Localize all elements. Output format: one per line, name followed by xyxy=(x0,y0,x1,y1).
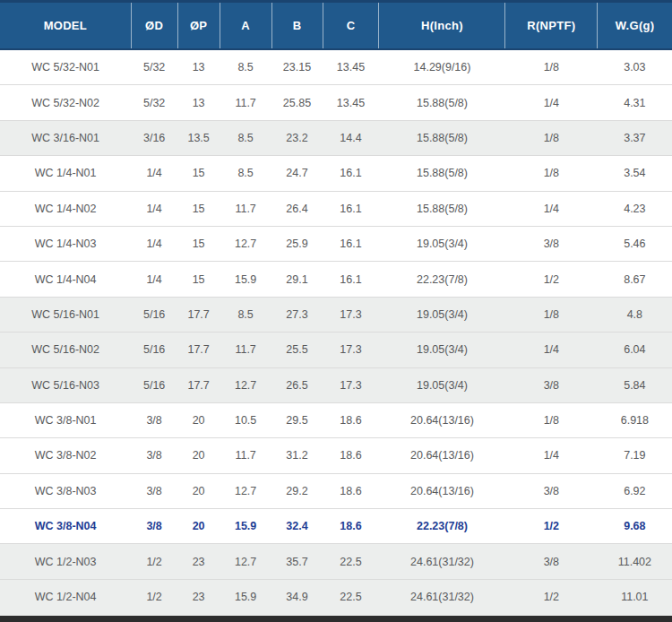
cell-op: 20 xyxy=(177,402,220,437)
table-row[interactable]: WC 5/32-N025/321311.725.8513.4515.88(5/8… xyxy=(0,85,672,120)
cell-wg: 3.37 xyxy=(598,120,672,155)
cell-od: 5/16 xyxy=(131,333,177,367)
cell-a: 15.9 xyxy=(220,509,271,544)
cell-wg: 4.8 xyxy=(598,297,672,332)
cell-r: 1/8 xyxy=(505,49,598,85)
cell-op: 17.7 xyxy=(177,367,220,402)
cell-h: 15.88(5/8) xyxy=(379,191,505,226)
cell-r: 1/4 xyxy=(505,85,598,120)
cell-r: 1/8 xyxy=(505,402,598,437)
cell-h: 24.61(31/32) xyxy=(379,579,505,614)
cell-a: 12.7 xyxy=(220,367,271,402)
table-row[interactable]: WC 3/8-N013/82010.529.518.620.64(13/16)1… xyxy=(0,402,672,437)
cell-model: WC 5/32-N01 xyxy=(0,49,131,85)
table-row[interactable]: WC 1/4-N011/4158.524.716.115.88(5/8)1/83… xyxy=(0,156,672,191)
cell-wg: 6.92 xyxy=(598,473,672,508)
cell-op: 15 xyxy=(177,226,220,261)
cell-c: 13.45 xyxy=(323,49,379,85)
column-header-wg: W.G(g) xyxy=(598,2,672,50)
cell-c: 22.5 xyxy=(323,544,379,579)
cell-a: 11.7 xyxy=(220,438,271,473)
cell-a: 10.5 xyxy=(220,402,271,437)
cell-b: 32.4 xyxy=(271,509,323,544)
table-row[interactable]: WC 1/4-N031/41512.725.916.119.05(3/4)3/8… xyxy=(0,226,672,261)
table-row[interactable]: WC 3/8-N033/82012.729.218.620.64(13/16)3… xyxy=(0,473,672,508)
cell-b: 31.2 xyxy=(271,438,323,473)
cell-b: 34.9 xyxy=(271,579,323,614)
cell-od: 1/4 xyxy=(131,262,177,297)
cell-op: 15 xyxy=(177,191,220,226)
table-row[interactable]: WC 5/16-N015/1617.78.527.317.319.05(3/4)… xyxy=(0,297,672,332)
cell-op: 20 xyxy=(177,509,220,544)
cell-b: 23.15 xyxy=(271,49,323,85)
cell-b: 23.2 xyxy=(271,120,323,155)
cell-b: 29.2 xyxy=(271,473,323,508)
table-row[interactable]: WC 5/32-N015/32138.523.1513.4514.29(9/16… xyxy=(0,49,672,85)
cell-h: 15.88(5/8) xyxy=(379,156,505,191)
cell-r: 1/8 xyxy=(505,156,598,191)
cell-c: 18.6 xyxy=(323,509,379,544)
table-row[interactable]: WC 3/16-N013/1613.58.523.214.415.88(5/8)… xyxy=(0,120,672,155)
table-row[interactable]: WC 1/2-N031/22312.735.722.524.61(31/32)3… xyxy=(0,544,672,579)
cell-wg: 3.03 xyxy=(598,49,672,85)
cell-c: 18.6 xyxy=(323,438,379,473)
cell-c: 18.6 xyxy=(323,402,379,437)
table-row[interactable]: WC 5/16-N035/1617.712.726.517.319.05(3/4… xyxy=(0,367,672,402)
table-row[interactable]: WC 3/8-N043/82015.932.418.622.23(7/8)1/2… xyxy=(0,509,672,544)
cell-op: 13.5 xyxy=(177,120,220,155)
cell-r: 1/4 xyxy=(505,191,598,226)
cell-a: 8.5 xyxy=(220,297,271,332)
cell-r: 1/2 xyxy=(505,579,598,614)
cell-a: 11.7 xyxy=(220,191,271,226)
cell-h: 24.61(31/32) xyxy=(379,544,505,579)
cell-model: WC 3/8-N01 xyxy=(0,402,131,437)
cell-model: WC 1/2-N04 xyxy=(0,579,131,614)
cell-h: 14.29(9/16) xyxy=(379,49,505,85)
cell-c: 17.3 xyxy=(323,297,379,332)
cell-r: 1/8 xyxy=(505,120,598,155)
cell-wg: 8.67 xyxy=(598,262,672,297)
cell-c: 16.1 xyxy=(323,191,379,226)
cell-model: WC 3/8-N03 xyxy=(0,473,131,508)
cell-model: WC 5/16-N01 xyxy=(0,297,131,332)
cell-b: 25.5 xyxy=(271,333,323,367)
cell-a: 8.5 xyxy=(220,120,271,155)
cell-a: 15.9 xyxy=(220,262,271,297)
cell-op: 15 xyxy=(177,262,220,297)
cell-model: WC 3/16-N01 xyxy=(0,120,131,155)
table-row[interactable]: WC 1/4-N021/41511.726.416.115.88(5/8)1/4… xyxy=(0,191,672,226)
cell-od: 5/32 xyxy=(131,49,177,85)
cell-od: 1/4 xyxy=(131,191,177,226)
cell-h: 19.05(3/4) xyxy=(379,333,505,367)
cell-r: 3/8 xyxy=(505,544,598,579)
cell-model: WC 5/32-N02 xyxy=(0,85,131,120)
cell-h: 19.05(3/4) xyxy=(379,297,505,332)
cell-c: 17.3 xyxy=(323,367,379,402)
table-row[interactable]: WC 1/4-N041/41515.929.116.122.23(7/8)1/2… xyxy=(0,262,672,297)
cell-od: 3/8 xyxy=(131,509,177,544)
cell-h: 20.64(13/16) xyxy=(379,438,505,473)
cell-r: 1/4 xyxy=(505,438,598,473)
cell-h: 20.64(13/16) xyxy=(379,473,505,508)
cell-wg: 4.31 xyxy=(598,85,672,120)
cell-model: WC 1/2-N03 xyxy=(0,544,131,579)
cell-od: 1/2 xyxy=(131,579,177,614)
cell-od: 5/32 xyxy=(131,85,177,120)
product-spec-table: MODELØDØPABCH(Inch)R(NPTF)W.G(g) WC 5/32… xyxy=(0,0,672,614)
cell-op: 17.7 xyxy=(177,333,220,367)
table-row[interactable]: WC 1/2-N041/22315.934.922.524.61(31/32)1… xyxy=(0,579,672,614)
cell-wg: 3.54 xyxy=(598,156,672,191)
cell-od: 5/16 xyxy=(131,297,177,332)
header-row: MODELØDØPABCH(Inch)R(NPTF)W.G(g) xyxy=(0,2,672,50)
cell-h: 15.88(5/8) xyxy=(379,85,505,120)
cell-c: 16.1 xyxy=(323,226,379,261)
cell-od: 1/4 xyxy=(131,226,177,261)
cell-od: 1/2 xyxy=(131,544,177,579)
cell-b: 25.9 xyxy=(271,226,323,261)
cell-a: 11.7 xyxy=(220,85,271,120)
table-row[interactable]: WC 3/8-N023/82011.731.218.620.64(13/16)1… xyxy=(0,438,672,473)
table-row[interactable]: WC 5/16-N025/1617.711.725.517.319.05(3/4… xyxy=(0,333,672,367)
column-header-op: ØP xyxy=(177,2,220,50)
cell-od: 3/8 xyxy=(131,402,177,437)
cell-b: 24.7 xyxy=(271,156,323,191)
